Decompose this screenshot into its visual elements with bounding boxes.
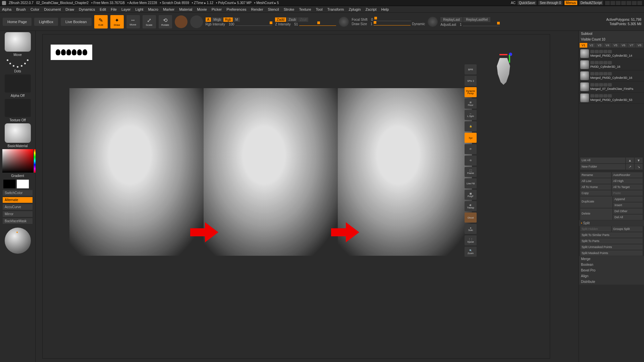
align-section[interactable]: Align bbox=[579, 273, 644, 279]
lightbox-button[interactable]: LightBox bbox=[34, 18, 58, 26]
all-to-target-button[interactable]: All To Target bbox=[612, 184, 643, 190]
polyf-button[interactable]: ▦PolyF bbox=[465, 190, 477, 200]
eye-toggle-icon[interactable] bbox=[608, 50, 612, 53]
groups-split-button[interactable]: Groups Split bbox=[612, 226, 643, 232]
list-all-button[interactable]: List All bbox=[580, 158, 625, 163]
sculpt-sphere-icon[interactable] bbox=[190, 15, 203, 28]
version-tab-v5[interactable]: V5 bbox=[612, 43, 620, 48]
rgb-button[interactable]: Rgb bbox=[223, 17, 233, 22]
line-fill-button[interactable]: Line Fill bbox=[465, 178, 477, 188]
rgb-intensity-slider[interactable]: Rgb Intensity 100 bbox=[206, 22, 273, 26]
subtool-row[interactable]: Merged_PM3D_Cylinder3D_14 bbox=[579, 48, 644, 59]
sub-mode-toggle-icon[interactable] bbox=[603, 94, 607, 98]
quicksave-button[interactable]: QuickSave bbox=[518, 1, 536, 5]
folder-down-button[interactable]: ↘ bbox=[635, 164, 643, 170]
spix-button[interactable]: SPix 3 bbox=[465, 76, 477, 86]
draw-size-slider[interactable]: Draw Size 1Dynamic bbox=[352, 22, 425, 26]
all-high-button[interactable]: All High bbox=[612, 178, 643, 184]
move-down-button[interactable]: ▼ bbox=[635, 158, 643, 163]
polypaint-toggle-icon[interactable] bbox=[595, 94, 599, 98]
add-mode-toggle-icon[interactable] bbox=[599, 72, 603, 75]
brush-thumbnail[interactable] bbox=[5, 32, 31, 52]
close-icon[interactable] bbox=[637, 1, 642, 5]
split-hidden-button[interactable]: Split Hidden bbox=[580, 226, 611, 232]
polypaint-toggle-icon[interactable] bbox=[595, 83, 599, 86]
del-other-button[interactable]: Del Other bbox=[613, 208, 643, 214]
menu-zplugin[interactable]: Zplugin bbox=[348, 7, 361, 11]
frame-button[interactable]: ⛶Frame bbox=[465, 167, 477, 177]
sub-mode-toggle-icon[interactable] bbox=[603, 61, 607, 64]
version-tab-v8[interactable]: V8 bbox=[636, 43, 643, 48]
all-to-home-button[interactable]: All To Home bbox=[580, 184, 611, 190]
menu-layer[interactable]: Layer bbox=[121, 7, 131, 11]
visibility-toggle-icon[interactable] bbox=[590, 72, 594, 75]
menu-texture[interactable]: Texture bbox=[299, 7, 311, 11]
visibility-toggle-icon[interactable] bbox=[590, 83, 594, 86]
visibility-toggle-icon[interactable] bbox=[590, 94, 594, 98]
version-tab-v1[interactable]: V1 bbox=[580, 43, 587, 48]
light-sphere[interactable] bbox=[5, 228, 31, 254]
menu-draw[interactable]: Draw bbox=[65, 7, 74, 11]
version-tab-v6[interactable]: V6 bbox=[620, 43, 627, 48]
dynamic-persp-button[interactable]: DynamicPersp bbox=[465, 87, 477, 97]
mrgb-button[interactable]: Mrgb bbox=[212, 17, 223, 22]
subtool-row[interactable]: Merged_PM3D_Cylinder3D_16 bbox=[579, 70, 644, 81]
menu-document[interactable]: Document bbox=[44, 7, 61, 11]
draw-mode-button[interactable]: ✦Draw bbox=[110, 15, 124, 28]
insert-button[interactable]: Insert bbox=[613, 202, 643, 208]
boolean-section[interactable]: Boolean bbox=[579, 262, 644, 267]
duplicate-button[interactable]: Duplicate bbox=[580, 196, 612, 208]
distribute-section[interactable]: Distribute bbox=[579, 279, 644, 285]
transp-button[interactable]: ◐Transp bbox=[465, 201, 477, 211]
default-zscript[interactable]: DefaultZScript bbox=[579, 1, 603, 5]
menu-stroke[interactable]: Stroke bbox=[284, 7, 294, 11]
rename-button[interactable]: Rename bbox=[580, 172, 611, 178]
sub-mode-toggle-icon[interactable] bbox=[603, 50, 607, 53]
version-tab-v3[interactable]: V3 bbox=[596, 43, 603, 48]
polypaint-toggle-icon[interactable] bbox=[595, 50, 599, 53]
menus-button[interactable]: Menus bbox=[565, 1, 577, 5]
merge-section[interactable]: Merge bbox=[579, 256, 644, 262]
add-mode-toggle-icon[interactable] bbox=[599, 50, 603, 53]
collapse-icon[interactable] bbox=[621, 1, 626, 5]
gyro-manipulator-icon[interactable] bbox=[175, 15, 187, 28]
sub-mode-toggle-icon[interactable] bbox=[603, 83, 607, 86]
split-unmasked-button[interactable]: Split Unmasked Points bbox=[580, 244, 643, 250]
dock-right-icon[interactable] bbox=[610, 1, 615, 5]
xpose-button[interactable]: ⋮⋮Xpose bbox=[465, 235, 477, 245]
d-curve-icon[interactable] bbox=[428, 17, 438, 27]
split-parts-button[interactable]: Split To Parts bbox=[580, 238, 643, 244]
paste-button[interactable]: Paste bbox=[612, 190, 643, 196]
eye-toggle-icon[interactable] bbox=[608, 94, 612, 98]
menu-light[interactable]: Light bbox=[136, 7, 144, 11]
m-button[interactable]: M bbox=[233, 17, 239, 22]
polypaint-toggle-icon[interactable] bbox=[595, 61, 599, 64]
replay-last-button[interactable]: ReplayLast bbox=[440, 17, 463, 22]
move-up-button[interactable]: ▲ bbox=[626, 158, 634, 163]
zcut-button[interactable]: Zcut bbox=[298, 17, 308, 22]
ghost-button[interactable]: Ghost bbox=[465, 213, 477, 223]
menu-dynamics[interactable]: Dynamics bbox=[79, 7, 95, 11]
delete-button[interactable]: Delete bbox=[580, 208, 612, 220]
light-handle-icon[interactable] bbox=[16, 232, 18, 233]
polypaint-toggle-icon[interactable] bbox=[595, 72, 599, 75]
gradient-label[interactable]: Gradient bbox=[1, 173, 34, 178]
texture-thumbnail[interactable] bbox=[5, 99, 31, 117]
switch-color-button[interactable]: SwitchColor bbox=[3, 190, 33, 196]
xyz-button[interactable]: Xyz bbox=[465, 133, 477, 143]
bpr-button[interactable]: BPR bbox=[465, 64, 477, 74]
solo-button[interactable]: ●Solo bbox=[465, 224, 477, 234]
copy-button[interactable]: Copy bbox=[580, 190, 611, 196]
version-tab-v2[interactable]: V2 bbox=[588, 43, 595, 48]
split-masked-button[interactable]: Split Masked Points bbox=[580, 250, 643, 256]
version-tab-v4[interactable]: V4 bbox=[604, 43, 611, 48]
mirror-button[interactable]: Mirror bbox=[3, 211, 33, 217]
all-low-button[interactable]: All Low bbox=[580, 178, 611, 184]
sub-mode-toggle-icon[interactable] bbox=[603, 72, 607, 75]
subtool-row[interactable]: Merged_PM3D_Cylinder3D_53 bbox=[579, 93, 644, 104]
append-button[interactable]: Append bbox=[613, 196, 643, 202]
seethrough-slider[interactable]: See-through 0 bbox=[538, 1, 562, 5]
zadd-button[interactable]: Zadd bbox=[275, 17, 286, 22]
del-all-button[interactable]: Del All bbox=[613, 215, 643, 220]
menu-alpha[interactable]: Alpha bbox=[2, 7, 11, 11]
